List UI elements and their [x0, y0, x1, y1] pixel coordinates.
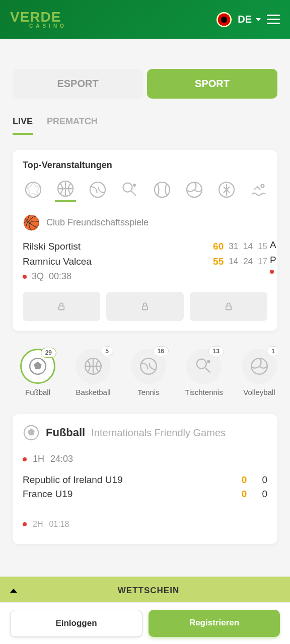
sport-cat-tennis[interactable]: 16 Tennis: [126, 349, 171, 396]
team1-name: Rilski Sportist: [23, 241, 81, 252]
sport-cat-basketball[interactable]: 5 Basketball: [70, 349, 116, 396]
tabletennis-icon[interactable]: [119, 181, 140, 202]
svg-point-2: [90, 182, 105, 197]
volleyball-icon[interactable]: [184, 181, 205, 202]
match-status: 3Q 00:38: [23, 271, 267, 282]
odds-box-3[interactable]: [190, 292, 267, 321]
svg-point-4: [133, 184, 136, 187]
match2-team2-row: France U19 0 0: [23, 489, 267, 500]
cat-label: Basketball: [76, 388, 110, 396]
cat-label: Tischtennis: [185, 388, 223, 396]
team1-q3: 15: [258, 242, 267, 252]
cat-label: Tennis: [137, 388, 159, 396]
period-text: 3Q: [32, 271, 44, 282]
svg-point-16: [197, 359, 206, 369]
betslip-bar[interactable]: WETTSCHEIN: [0, 577, 290, 605]
lock-icon: [140, 302, 150, 311]
peek-team1: A: [270, 239, 276, 251]
peek-team2: P: [270, 255, 276, 266]
team1-q2: 14: [243, 242, 253, 252]
league-row: 🏀 Club Freundschaftsspiele: [23, 214, 267, 231]
tab-prematch[interactable]: PREMATCH: [47, 116, 98, 135]
swimming-icon[interactable]: [248, 181, 267, 202]
tab-live[interactable]: LIVE: [13, 116, 33, 135]
handball-icon[interactable]: [216, 181, 237, 202]
bottom-bar: Einloggen Registrieren: [0, 602, 290, 644]
baseball-icon[interactable]: [152, 181, 173, 202]
score-sub: 0: [262, 489, 267, 500]
sport-cat-football[interactable]: 29 Fußball: [15, 349, 60, 396]
team2-scores: 55 14 24 17: [213, 256, 267, 267]
team2-name: Ramnicu Valcea: [23, 256, 92, 267]
basketball-icon[interactable]: [55, 181, 76, 202]
svg-marker-13: [35, 362, 41, 369]
sport-cat-tabletennis[interactable]: 13 Tischtennis: [181, 349, 227, 396]
match2-team2: France U19: [23, 489, 72, 500]
svg-point-5: [155, 182, 170, 197]
soccer-icon[interactable]: [23, 181, 44, 202]
team2-total: 55: [213, 256, 224, 267]
cat-label: Volleyball: [243, 388, 275, 396]
svg-rect-9: [59, 306, 64, 310]
chevron-down-icon: [256, 18, 261, 21]
lock-icon: [224, 302, 233, 311]
sport-categories: 29 Fußball 5 Basketball 16 Tennis 13 Tis…: [13, 346, 277, 399]
match2-team1: Republic of Ireland U19: [23, 474, 123, 486]
football-card: Fußball Internationals Friendly Games 1H…: [13, 414, 277, 544]
count-badge: 29: [41, 348, 56, 358]
lock-icon: [57, 302, 66, 311]
odds-box-2[interactable]: [106, 292, 184, 321]
top-events-card: Top-Veranstaltungen 🏀 Club Freundschafts…: [13, 150, 277, 331]
league-sport: Fußball: [46, 426, 85, 439]
hidden-match-peek: 2H 01:18: [23, 515, 267, 534]
svg-point-17: [207, 360, 210, 363]
league-header: Fußball Internationals Friendly Games: [23, 424, 267, 441]
time-text: 00:38: [49, 271, 71, 282]
flag-icon: [216, 12, 232, 27]
sport-icon-row: [23, 181, 267, 202]
tab-esport[interactable]: ESPORT: [13, 69, 143, 99]
match2-scores1: 0 0: [242, 474, 267, 486]
score-main: 0: [242, 474, 247, 486]
league-name: Club Freundschaftsspiele: [46, 217, 149, 228]
match2-status: 1H 24:03: [23, 454, 267, 464]
next-match-peek: A P: [270, 214, 277, 284]
odds-box-1[interactable]: [23, 292, 100, 321]
live-dot-icon: [23, 275, 27, 279]
soccer-icon: [23, 424, 40, 441]
betslip-label: WETTSCHEIN: [17, 586, 280, 596]
svg-rect-11: [226, 306, 232, 310]
svg-rect-10: [142, 306, 148, 310]
match2-team1-row: Republic of Ireland U19 0 0: [23, 474, 267, 486]
main-tabs: ESPORT SPORT: [13, 69, 277, 99]
league-detail: Internationals Friendly Games: [91, 427, 226, 439]
app-header: VERDE CASINO DE: [0, 0, 290, 39]
team1-total: 60: [213, 241, 224, 252]
login-button[interactable]: Einloggen: [10, 610, 142, 637]
tennis-icon[interactable]: [87, 181, 108, 202]
logo[interactable]: VERDE CASINO: [10, 10, 67, 29]
featured-match: 🏀 Club Freundschaftsspiele Rilski Sporti…: [23, 214, 267, 321]
svg-marker-20: [28, 429, 34, 435]
hidden-period: 2H: [33, 520, 43, 529]
team2-q3: 17: [258, 257, 267, 267]
team2-row: Ramnicu Valcea 55 14 24 17: [23, 256, 267, 267]
time-text: 24:03: [50, 454, 73, 464]
team2-q1: 14: [229, 257, 238, 267]
live-dot-icon: [23, 457, 27, 461]
live-dot-icon: [23, 522, 27, 526]
count-badge: 16: [153, 346, 169, 356]
tab-sport[interactable]: SPORT: [147, 69, 277, 99]
top-events-title: Top-Veranstaltungen: [23, 160, 267, 171]
count-badge: 1: [267, 346, 277, 356]
language-selector[interactable]: DE: [238, 14, 261, 25]
cat-label: Fußball: [25, 388, 50, 396]
match2-scores2: 0 0: [242, 489, 267, 500]
logo-main: VERDE: [10, 10, 67, 24]
menu-icon[interactable]: [267, 15, 280, 24]
sport-cat-volleyball[interactable]: 1 Volleyball: [237, 349, 277, 396]
svg-point-8: [261, 185, 264, 188]
sub-tabs: LIVE PREMATCH: [13, 116, 277, 135]
team1-row: Rilski Sportist 60 31 14 15: [23, 241, 267, 252]
register-button[interactable]: Registrieren: [149, 610, 280, 637]
